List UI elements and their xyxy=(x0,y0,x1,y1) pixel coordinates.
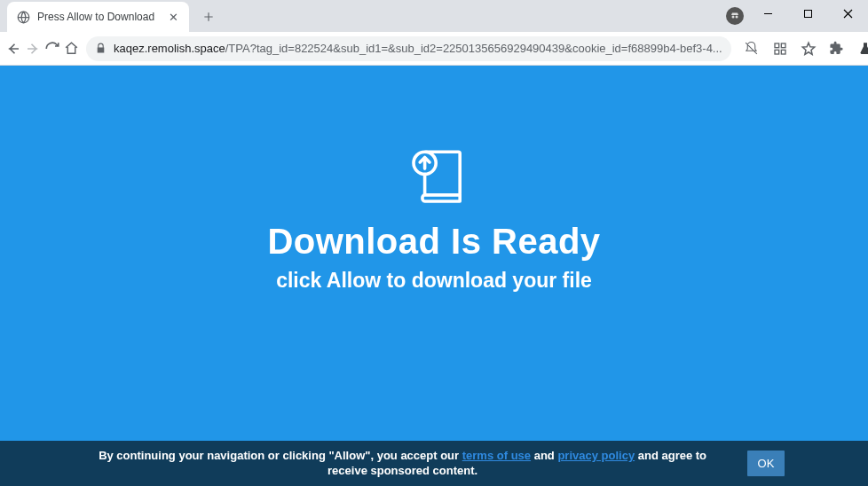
home-button[interactable] xyxy=(64,35,79,62)
url-host: kaqez.remolish.space xyxy=(114,42,225,55)
url-text: kaqez.remolish.space/TPA?tag_id=822524&s… xyxy=(114,42,722,55)
svg-rect-4 xyxy=(775,43,779,48)
lock-icon xyxy=(95,43,107,54)
svg-rect-3 xyxy=(805,10,812,17)
bookmark-star-icon[interactable] xyxy=(795,35,822,62)
incognito-icon xyxy=(726,7,744,25)
svg-rect-7 xyxy=(781,50,785,54)
privacy-policy-link[interactable]: privacy policy xyxy=(557,449,635,462)
svg-point-1 xyxy=(732,16,735,19)
consent-part1: By continuing your navigation or clickin… xyxy=(99,449,462,462)
browser-tab[interactable]: Press Allow to Download ✕ xyxy=(7,2,189,32)
globe-icon xyxy=(16,10,30,24)
download-book-icon xyxy=(406,145,470,209)
forward-button[interactable] xyxy=(25,35,41,62)
consent-text: By continuing your navigation or clickin… xyxy=(83,448,722,479)
consent-and: and xyxy=(531,449,557,462)
page-headline: Download Is Ready xyxy=(267,222,600,262)
consent-bar: By continuing your navigation or clickin… xyxy=(0,441,868,486)
svg-rect-6 xyxy=(775,50,779,54)
maximize-button[interactable] xyxy=(788,0,828,27)
svg-rect-5 xyxy=(781,43,785,48)
page-subhead: click Allow to download your file xyxy=(276,269,592,293)
browser-toolbar: kaqez.remolish.space/TPA?tag_id=822524&s… xyxy=(0,32,868,66)
url-path: /TPA?tag_id=822524&sub_id1=&sub_id2=2250… xyxy=(225,42,722,55)
terms-of-use-link[interactable]: terms of use xyxy=(462,449,531,462)
window-close-button[interactable] xyxy=(828,0,868,27)
extensions-grid-icon[interactable] xyxy=(767,35,793,62)
lab-flask-icon[interactable] xyxy=(852,35,868,62)
mute-notifications-icon[interactable] xyxy=(738,35,765,62)
page-content: Download Is Ready click Allow to downloa… xyxy=(0,66,868,486)
ok-button[interactable]: OK xyxy=(747,451,785,476)
tab-title: Press Allow to Download xyxy=(37,11,159,23)
new-tab-button[interactable] xyxy=(196,4,221,29)
browser-titlebar: Press Allow to Download ✕ xyxy=(0,0,868,32)
extensions-puzzle-icon[interactable] xyxy=(824,35,850,62)
address-bar[interactable]: kaqez.remolish.space/TPA?tag_id=822524&s… xyxy=(86,36,731,61)
minimize-button[interactable] xyxy=(748,0,788,27)
close-icon[interactable]: ✕ xyxy=(166,10,180,24)
window-controls xyxy=(748,0,868,27)
back-button[interactable] xyxy=(5,35,21,62)
hero: Download Is Ready click Allow to downloa… xyxy=(0,145,868,293)
svg-point-2 xyxy=(736,16,738,19)
reload-button[interactable] xyxy=(44,35,60,62)
